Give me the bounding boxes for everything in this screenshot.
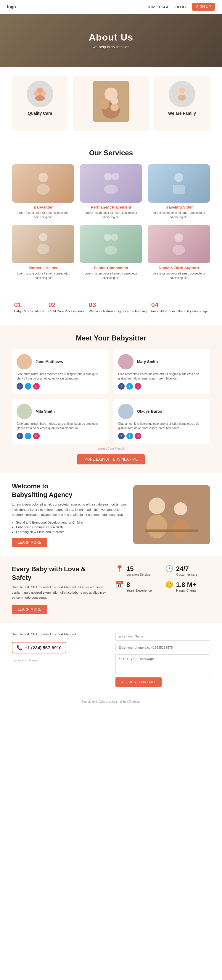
phone-box: 📞 +1 (234) 567-8910 [12,642,66,654]
svg-rect-33 [145,530,198,532]
contact-phone-input[interactable] [115,643,210,652]
more-babysitters-button[interactable]: MORE BABYSITTERS NEAR ME [77,454,145,465]
service-senior-title: Senior Companion [80,266,142,270]
service-mother: Mother's Helper Lorem ipsum dolor sit am… [12,225,74,280]
svg-point-27 [172,245,185,255]
gladys-name: Gladys Burton [137,409,164,414]
stat-4-label: For children 5 months to 6 years of age [151,309,208,313]
svg-point-13 [184,90,188,94]
clock-icon: 🕐 [165,565,173,573]
babysitter-card-jane: Jane Matthews Glae amet nitnsl libero mo… [12,349,109,394]
request-call-button[interactable]: REQUEST FOR CALL [115,678,161,687]
contact-name-input[interactable] [115,632,210,641]
welcome-heading: Welcome toBabysitting Agency [12,482,127,499]
gladys-text: Glae amet nitnsl libero moleste arte ut … [118,422,205,430]
svg-point-30 [147,515,167,538]
safety-stats: 📍 15 Location Service 🕐 24/7 Customer ca… [115,565,210,592]
jane-instagram-icon[interactable]: in [33,383,40,390]
stat-2: 02 Child Care Professionals [48,301,84,313]
svg-point-2 [34,91,39,96]
welcome-text: Welcome toBabysitting Agency Lorem ipsum… [12,482,133,547]
contact-message-input[interactable] [115,654,210,675]
clients-label: Happy Clients [176,589,196,592]
mila-avatar [17,404,32,419]
mary-instagram-icon[interactable]: in [135,383,141,390]
babysitter-card-mila: Mila Smith Glae amet nitnsl libero moles… [12,399,109,444]
service-senior-img [80,225,142,263]
stat-4-num: 04 [151,301,208,309]
location-num: 15 [126,565,150,573]
mary-avatar [118,354,134,369]
svg-point-10 [179,88,185,94]
gladys-avatar [118,404,134,419]
service-mother-title: Mother's Helper [12,266,74,270]
safety-stat-customer: 🕐 24/7 Customer care [165,565,210,576]
jane-social: f t in [17,383,40,390]
stat-3-num: 03 [89,301,147,309]
jane-text: Glae amet nitnsl libero moleste arte ut … [17,372,104,381]
jane-avatar [17,354,32,369]
jane-twitter-icon[interactable]: t [25,383,31,390]
svg-point-21 [39,233,47,241]
safety-learn-button[interactable]: LEARN MORE [12,605,47,614]
location-label: Location Service [126,573,150,576]
stats-row: 01 Baby Care Solutions 02 Child Care Pro… [0,292,222,322]
footer-left: Sample text. Click to select the Text El… [12,632,107,687]
service-doula: Doula & Birth Support Lorem ipsum dolor … [148,225,210,280]
customer-label: Customer care [176,573,197,576]
svg-point-8 [111,97,118,104]
svg-point-18 [104,185,118,194]
svg-point-11 [178,95,186,100]
mary-facebook-icon[interactable]: f [118,383,125,390]
phone-icon: 📞 [17,645,22,651]
service-placement: Permanent Placement Lorem ipsum dolor si… [80,164,142,220]
jane-facebook-icon[interactable]: f [17,383,23,390]
center-image [93,81,129,122]
safety-stat-clients: 😊 1.8 M+ Happy Clients [165,581,210,592]
gladys-instagram-icon[interactable]: in [135,433,141,439]
babysitter-jane-top: Jane Matthews [17,354,63,369]
welcome-learn-button[interactable]: LEARN MORE [12,538,47,547]
safety-heading: Every Baby with Love & Safety [12,565,107,582]
quality-care-title: Quality Care [28,111,52,116]
quality-care-image [27,81,53,107]
mila-twitter-icon[interactable]: t [25,433,31,439]
babysitter-card-mary: Mary Smith Glae amet nitnsl libero moles… [113,349,210,394]
customer-num: 24/7 [176,565,197,573]
stat-1-num: 01 [14,301,44,309]
mila-facebook-icon[interactable]: f [17,433,23,439]
svg-point-16 [104,173,112,180]
service-doula-img [148,225,210,263]
gladys-facebook-icon[interactable]: f [118,433,125,439]
babysitter-mary-top: Mary Smith [118,354,158,369]
babysitter-card-gladys: Gladys Burton Glae amet nitnsl libero mo… [113,399,210,444]
hero-subtitle: we help busy families [93,45,129,49]
svg-point-9 [110,104,119,111]
mila-instagram-icon[interactable]: in [33,433,40,439]
welcome-bullet-1: Social and Emotional Development for Chi… [16,520,127,524]
nav-blog[interactable]: BLOG [176,5,186,9]
gladys-twitter-icon[interactable]: t [126,433,133,439]
signup-button[interactable]: SIGN UP [192,3,215,11]
nav-home[interactable]: HOME PAGE [147,5,169,9]
footer-text: Sample text. Click to select the Text El… [81,700,141,703]
svg-point-24 [111,234,118,241]
service-doula-text: Lorem ipsum dolor sit amet, consectetur … [148,271,210,280]
stat-2-num: 02 [48,301,84,309]
about-card-center [73,76,149,131]
welcome-section: Welcome toBabysitting Agency Lorem ipsum… [0,473,222,556]
happy-icon: 😊 [165,581,173,589]
family-title: We are Family [168,111,196,116]
mary-twitter-icon[interactable]: t [126,383,133,390]
svg-point-7 [100,100,109,109]
svg-point-32 [172,519,189,539]
main-nav: HOME PAGE BLOG SIGN UP [147,3,215,11]
babysitter-grid: Jane Matthews Glae amet nitnsl libero mo… [12,349,210,444]
svg-point-3 [41,91,46,96]
services-heading: Our Services [12,149,210,157]
header: logo HOME PAGE BLOG SIGN UP [0,0,222,14]
service-doula-title: Doula & Birth Support [148,266,210,270]
svg-point-12 [176,90,180,94]
welcome-image [133,485,210,544]
experience-label: Years Experience [126,589,152,592]
